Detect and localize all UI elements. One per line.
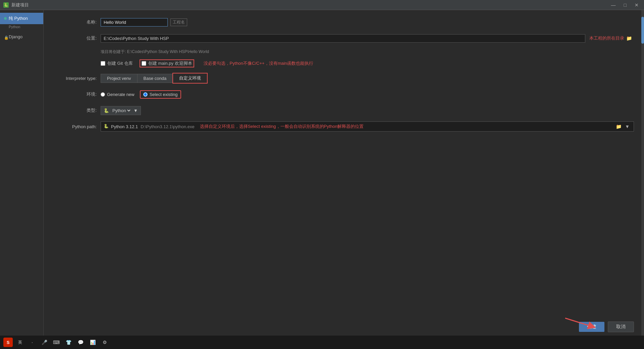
python-path-dropdown-button[interactable]: ▼ (624, 123, 631, 130)
radio-generate-new-label: Generate new (107, 92, 135, 97)
checkbox-main-label: 创建 main.py 欢迎脚本 (148, 60, 192, 66)
taskbar-item-mic[interactable]: 🎤 (40, 338, 49, 347)
location-row: 位置: 本工程的所在目录 📁 (54, 33, 634, 44)
scrollbar[interactable] (641, 10, 644, 349)
name-field: 工程名 (101, 18, 634, 27)
sidebar-label-django: Django (9, 34, 22, 39)
python-path-version: Python 3.12.1 (111, 124, 138, 129)
titlebar: 🐍 新建项目 — □ ✕ (0, 0, 644, 10)
python-path-browse-button[interactable]: 📁 (614, 123, 623, 130)
radio-select-existing[interactable]: Select existing (140, 90, 181, 99)
checkbox-hint: 没必要勾选，Python不像C/C++，没有main函数也能执行 (204, 60, 313, 66)
python-emoji-icon: 🐍 (104, 108, 109, 113)
taskbar-item-gear[interactable]: ⚙ (100, 338, 109, 347)
type-field: 🐍 Python ▼ (101, 106, 634, 115)
taskbar-item-shirt[interactable]: 👕 (64, 338, 73, 347)
name-row: 名称: 工程名 (54, 17, 634, 28)
radio-select-existing-input[interactable] (143, 92, 148, 97)
checkbox-main[interactable] (142, 61, 146, 66)
name-hint: 工程名 (170, 18, 187, 26)
python-path-container: 🐍 Python 3.12.1 D:\Python3.12.1\python.e… (101, 121, 634, 132)
taskbar-sougou-icon[interactable]: S (3, 338, 13, 347)
type-label: 类型: (54, 107, 101, 113)
close-button[interactable]: ✕ (633, 2, 641, 8)
type-select[interactable]: Python (111, 108, 131, 113)
location-field: 本工程的所在目录 📁 (101, 34, 634, 43)
sidebar-item-django[interactable]: 🔒 Django (0, 32, 43, 42)
location-label: 位置: (54, 35, 101, 41)
taskbar-item-chat[interactable]: 💬 (76, 338, 85, 347)
tab-project-venv[interactable]: Project venv (101, 74, 138, 83)
radio-generate-new[interactable]: Generate new (101, 92, 135, 97)
env-label: 环境: (54, 91, 101, 97)
tab-custom-env[interactable]: 自定义环境 (172, 73, 208, 84)
python-path-exe: D:\Python3.12.1\python.exe (141, 124, 194, 129)
create-button[interactable]: 创建 (579, 322, 604, 332)
interpreter-label: Interpreter type: (54, 76, 101, 81)
sidebar-sublabel-python: Python (0, 24, 43, 32)
sidebar-item-pure-python[interactable]: 纯 Python (0, 13, 43, 24)
location-browse-button[interactable]: 📁 (624, 35, 634, 42)
checkboxes-row: 创建 Git 仓库 创建 main.py 欢迎脚本 没必要勾选，Python不像… (101, 59, 634, 67)
content-area: 名称: 工程名 位置: 本工程的所在目录 📁 项目将创建于: E:\Codes\… (44, 10, 644, 349)
taskbar-item-lang[interactable]: 英 (15, 338, 25, 347)
python-path-hint: 选择自定义环境后，选择Select existing，一般会自动识别系统的Pyt… (200, 123, 614, 130)
interpreter-row: Interpreter type: Project venv Base cond… (54, 73, 634, 84)
scrollbar-thumb (641, 17, 644, 44)
action-buttons: 创建 取消 (579, 321, 634, 332)
window-controls: — □ ✕ (609, 2, 641, 8)
taskbar-item-chart[interactable]: 📊 (88, 338, 97, 347)
location-input[interactable] (101, 34, 585, 43)
sidebar-dot-python (4, 17, 7, 20)
env-radio-group: Generate new Select existing (101, 90, 634, 99)
maximize-button[interactable]: □ (622, 2, 629, 8)
env-row: 环境: Generate new Select existing (54, 89, 634, 100)
tab-base-conda[interactable]: Base conda (137, 74, 173, 83)
type-row: 类型: 🐍 Python ▼ (54, 105, 634, 116)
sidebar: 纯 Python Python 🔒 Django (0, 10, 44, 349)
name-input[interactable] (101, 18, 168, 27)
python-path-actions: 📁 ▼ (614, 123, 631, 130)
python-path-label: Python path: (54, 124, 101, 129)
main-layout: 纯 Python Python 🔒 Django 名称: 工程名 位置: 本工程… (0, 10, 644, 349)
interpreter-tabs: Project venv Base conda 自定义环境 (101, 73, 634, 84)
taskbar-item-dot[interactable]: · (28, 338, 37, 347)
checkbox-main-item[interactable]: 创建 main.py 欢迎脚本 (140, 59, 194, 67)
name-label: 名称: (54, 19, 101, 25)
radio-select-existing-label: Select existing (150, 92, 178, 97)
app-icon: 🐍 (3, 2, 9, 8)
checkbox-git-label: 创建 Git 仓库 (107, 60, 133, 66)
type-dropdown[interactable]: 🐍 Python ▼ (101, 106, 141, 115)
taskbar: S 英 · 🎤 ⌨ 👕 💬 📊 ⚙ (0, 336, 644, 349)
taskbar-item-keyboard[interactable]: ⌨ (52, 338, 61, 347)
python-path-emoji-icon: 🐍 (104, 124, 109, 129)
window-title: 新建项目 (11, 2, 609, 8)
sidebar-dot-django: 🔒 (4, 36, 7, 38)
checkbox-git-item[interactable]: 创建 Git 仓库 (101, 60, 133, 66)
cancel-button[interactable]: 取消 (608, 321, 634, 332)
sidebar-label-pure-python: 纯 Python (9, 15, 28, 21)
radio-generate-new-input[interactable] (101, 92, 105, 97)
python-path-row: Python path: 🐍 Python 3.12.1 D:\Python3.… (54, 121, 634, 132)
checkbox-git[interactable] (101, 61, 105, 66)
location-hint: 本工程的所在目录 (589, 35, 624, 41)
minimize-button[interactable]: — (609, 2, 618, 8)
project-path-hint: 项目将创建于: E:\Codes\Python Study With HSP\H… (101, 49, 634, 55)
dropdown-chevron-icon: ▼ (133, 108, 138, 113)
